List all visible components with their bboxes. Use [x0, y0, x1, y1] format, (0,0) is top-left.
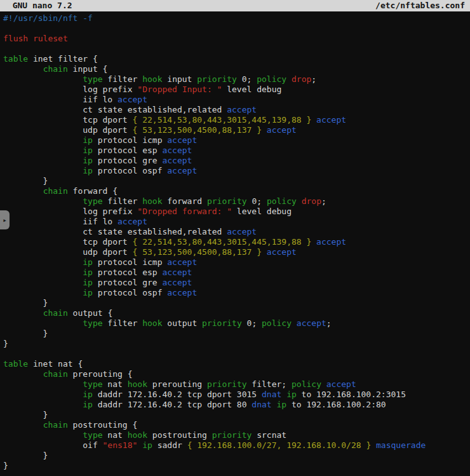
- code-token: chain: [43, 369, 68, 379]
- code-token: dnat: [252, 400, 271, 409]
- code-line[interactable]: #!/usr/sbin/nft -f: [3, 13, 470, 24]
- code-line[interactable]: iif lo accept: [3, 217, 470, 227]
- code-token: priority: [207, 379, 247, 389]
- code-line[interactable]: ip protocol gre accept: [3, 278, 470, 288]
- code-token: [137, 440, 142, 450]
- code-token: log prefix: [3, 85, 137, 94]
- code-token: daddr 172.16.40.2 tcp dport 80: [93, 400, 252, 409]
- code-token: accept: [267, 125, 297, 135]
- code-token: [3, 278, 83, 287]
- code-line[interactable]: ip daddr 172.16.40.2 tcp dport 3015 dnat…: [3, 390, 470, 400]
- code-line[interactable]: type filter hook forward priority 0; pol…: [3, 196, 470, 207]
- code-line[interactable]: }: [3, 339, 470, 349]
- code-line[interactable]: [3, 24, 470, 34]
- code-token: [3, 146, 83, 155]
- code-line[interactable]: }: [3, 329, 470, 339]
- code-token: inet nat {: [28, 359, 83, 369]
- code-line[interactable]: }: [3, 461, 470, 471]
- code-token: level debug: [232, 207, 292, 216]
- editor-content[interactable]: #!/usr/sbin/nft -f flush ruleset table i…: [0, 11, 470, 471]
- code-token: chain: [43, 420, 68, 430]
- code-token: chain: [43, 308, 68, 318]
- code-token: iif lo: [3, 217, 117, 226]
- code-line[interactable]: ip protocol esp accept: [3, 146, 470, 156]
- side-panel-toggle[interactable]: ▸: [0, 210, 10, 229]
- code-line[interactable]: oif "ens18" ip saddr { 192.168.100.0/27,…: [3, 440, 470, 451]
- code-line[interactable]: chain prerouting {: [3, 369, 470, 379]
- code-line[interactable]: }: [3, 410, 470, 420]
- code-token: [3, 186, 43, 196]
- code-token: filter;: [247, 379, 292, 389]
- code-token: accept: [167, 166, 197, 175]
- code-token: accept: [167, 257, 197, 267]
- code-line[interactable]: table inet nat {: [3, 359, 470, 369]
- code-line[interactable]: chain input {: [3, 64, 470, 74]
- code-token: [3, 74, 83, 84]
- code-token: [262, 125, 267, 135]
- code-token: nat: [103, 430, 128, 440]
- code-token: [3, 268, 83, 277]
- code-token: [3, 420, 43, 430]
- code-line[interactable]: }: [3, 451, 470, 461]
- code-line[interactable]: chain output {: [3, 308, 470, 318]
- code-line[interactable]: ip protocol ospf accept: [3, 288, 470, 298]
- code-token: ;: [311, 74, 316, 84]
- code-line[interactable]: table inet filter {: [3, 54, 470, 64]
- code-line[interactable]: ip protocol icmp accept: [3, 135, 470, 146]
- code-token: [3, 196, 83, 206]
- code-line[interactable]: udp dport { 53,123,500,4500,88,137 } acc…: [3, 247, 470, 257]
- code-token: 0;: [242, 318, 262, 328]
- code-line[interactable]: tcp dport { 22,514,53,80,443,3015,445,13…: [3, 115, 470, 125]
- code-token: [3, 369, 43, 379]
- code-line[interactable]: ct state established,related accept: [3, 105, 470, 115]
- code-token: [262, 247, 267, 257]
- code-line[interactable]: flush ruleset: [3, 34, 470, 44]
- code-token: accept: [162, 156, 192, 165]
- code-token: accept: [167, 288, 197, 297]
- code-token: filter: [103, 318, 143, 328]
- code-token: chain: [43, 186, 68, 196]
- code-line[interactable]: ip protocol esp accept: [3, 268, 470, 278]
- code-line[interactable]: udp dport { 53,123,500,4500,88,137 } acc…: [3, 125, 470, 135]
- code-line[interactable]: chain forward {: [3, 186, 470, 196]
- code-line[interactable]: ip protocol gre accept: [3, 156, 470, 166]
- code-line[interactable]: type filter hook input priority 0; polic…: [3, 74, 470, 85]
- code-line[interactable]: type nat hook postrouting priority srcna…: [3, 430, 470, 440]
- code-token: accept: [316, 115, 346, 125]
- code-line[interactable]: [3, 349, 470, 359]
- code-line[interactable]: iif lo accept: [3, 95, 470, 105]
- code-token: ct state established,related: [3, 227, 227, 236]
- code-token: forward {: [68, 186, 117, 196]
- code-token: }: [3, 298, 48, 308]
- code-line[interactable]: ip protocol ospf accept: [3, 166, 470, 176]
- code-token: { 53,123,500,4500,88,137 }: [133, 247, 262, 257]
- code-token: tcp dport: [3, 237, 133, 247]
- code-token: accept: [117, 95, 147, 104]
- code-token: { 53,123,500,4500,88,137 }: [133, 125, 262, 135]
- code-line[interactable]: ct state established,related accept: [3, 227, 470, 237]
- code-token: protocol icmp: [93, 257, 167, 267]
- code-line[interactable]: ip protocol icmp accept: [3, 257, 470, 268]
- code-token: accept: [162, 268, 192, 277]
- code-line[interactable]: ip daddr 172.16.40.2 tcp dport 80 dnat i…: [3, 400, 470, 410]
- code-token: accept: [162, 146, 192, 155]
- code-token: accept: [167, 135, 197, 145]
- code-token: udp dport: [3, 247, 133, 257]
- code-token: protocol ospf: [93, 166, 167, 175]
- code-line[interactable]: }: [3, 176, 470, 186]
- code-token: protocol gre: [93, 278, 163, 287]
- code-line[interactable]: log prefix "Dropped forward: " level deb…: [3, 207, 470, 217]
- code-line[interactable]: tcp dport { 22,514,53,80,443,3015,445,13…: [3, 237, 470, 247]
- code-token: ip: [276, 400, 286, 409]
- code-line[interactable]: type nat hook prerouting priority filter…: [3, 379, 470, 390]
- code-line[interactable]: type filter hook output priority 0; poli…: [3, 318, 470, 329]
- code-line[interactable]: log prefix "Dropped Input: " level debug: [3, 85, 470, 95]
- code-line[interactable]: }: [3, 298, 470, 308]
- code-token: { 22,514,53,80,443,3015,445,139,88 }: [133, 115, 312, 125]
- code-line[interactable]: chain postrouting {: [3, 420, 470, 430]
- code-token: ip: [286, 390, 297, 399]
- code-token: }: [3, 339, 8, 348]
- code-token: [3, 308, 43, 318]
- code-line[interactable]: [3, 44, 470, 54]
- code-token: saddr: [152, 440, 187, 450]
